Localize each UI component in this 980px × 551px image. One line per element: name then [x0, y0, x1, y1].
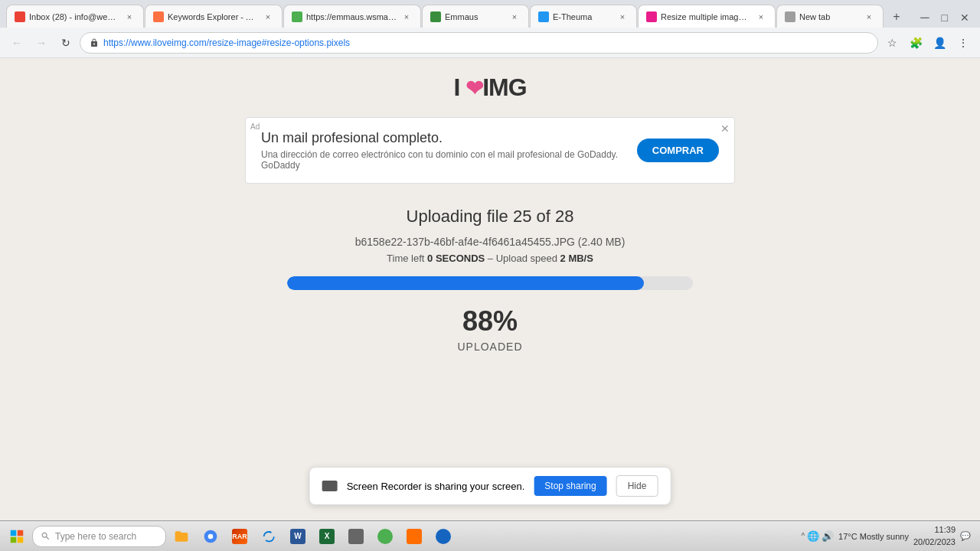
window-controls: ─ □ ✕ — [916, 11, 980, 28]
tab-title: Emmaus — [445, 12, 505, 21]
tab-title: Inbox (28) - info@websuccess.c... — [29, 12, 119, 21]
tab-favicon — [292, 11, 302, 22]
minimize-button[interactable]: ─ — [916, 11, 933, 24]
tab-close-icon[interactable]: × — [616, 11, 629, 23]
notification-icon[interactable]: 💬 — [960, 531, 971, 541]
tab-gmail[interactable]: Inbox (28) - info@websuccess.c... × — [6, 5, 144, 28]
tab-title: Keywords Explorer - Ahrefs — [168, 12, 258, 21]
svg-rect-2 — [11, 536, 17, 543]
taskbar-app-file-explorer[interactable] — [168, 523, 195, 550]
site-logo: I ❤IMG — [453, 73, 526, 102]
speed-value: 2 MB/S — [560, 253, 593, 264]
search-icon — [41, 531, 51, 541]
speed-label: Upload speed — [496, 253, 557, 264]
word-icon: W — [290, 529, 305, 544]
close-button[interactable]: ✕ — [956, 11, 974, 24]
taskbar-app-misc1[interactable] — [342, 523, 370, 550]
taskbar-app-browser[interactable] — [197, 523, 224, 550]
progress-bar-fill — [287, 276, 644, 290]
tab-close-icon[interactable]: × — [755, 11, 767, 23]
system-tray: ^ 🌐 🔊 — [801, 530, 834, 542]
tab-favicon — [646, 11, 657, 22]
ad-close-button[interactable]: ✕ — [720, 122, 730, 135]
taskbar-app-winrar[interactable]: RAR — [226, 523, 253, 550]
address-bar[interactable]: https://www.iloveimg.com/resize-image#re… — [80, 32, 878, 54]
ad-banner: Ad Un mail profesional completo. Una dir… — [245, 117, 735, 184]
excel-icon: X — [319, 529, 335, 544]
svg-point-5 — [208, 533, 214, 539]
logo-text: I ❤IMG — [453, 73, 526, 101]
clock-date: 20/02/2023 — [913, 536, 956, 548]
new-tab-button[interactable]: + — [886, 6, 907, 28]
taskbar-clock[interactable]: 11:39 20/02/2023 — [913, 524, 956, 548]
time-left-label: Time left — [387, 253, 424, 264]
tab-etheum[interactable]: E-Theuma × — [530, 5, 637, 28]
tab-title: https://emmaus.wsmalta.eu/sho... — [306, 12, 397, 21]
uploaded-label: UPLOADED — [287, 341, 693, 353]
tray-arrow[interactable]: ^ — [801, 532, 805, 540]
tab-newtab[interactable]: New tab × — [776, 5, 884, 28]
svg-rect-0 — [11, 530, 17, 536]
settings-button[interactable]: ⋮ — [952, 32, 974, 54]
taskbar-app-word[interactable]: W — [284, 523, 312, 550]
reload-button[interactable]: ↻ — [55, 32, 77, 54]
back-button[interactable]: ← — [6, 32, 28, 54]
navigation-bar: ← → ↻ https://www.iloveimg.com/resize-im… — [0, 28, 980, 58]
tab-close-icon[interactable]: × — [262, 11, 274, 23]
bookmark-button[interactable]: ☆ — [881, 32, 903, 54]
taskbar: Type here to search RAR W X ^ — [0, 520, 980, 551]
upload-section: Uploading file 25 of 28 b6158e22-137b-46… — [287, 207, 693, 353]
tray-volume-icon: 🔊 — [822, 530, 834, 542]
app-icon-4 — [436, 529, 451, 544]
tab-iloveimg[interactable]: Resize multiple images at once! × — [638, 5, 776, 28]
start-button[interactable] — [3, 524, 31, 549]
page-content: I ❤IMG Ad Un mail profesional completo. … — [0, 58, 980, 520]
ad-title: Un mail profesional completo. — [261, 130, 637, 146]
tab-emmaus[interactable]: Emmaus × — [422, 5, 529, 28]
spotify-icon — [377, 529, 393, 544]
lock-icon — [90, 38, 99, 47]
taskbar-app-edge[interactable] — [255, 523, 283, 550]
tab-close-icon[interactable]: × — [863, 11, 875, 23]
weather-area: 17°C Mostly sunny — [838, 532, 909, 541]
tab-close-icon[interactable]: × — [400, 11, 413, 23]
screen-share-message: Screen Recorder is sharing your screen. — [347, 481, 525, 492]
chrome-icon — [203, 529, 218, 544]
screen-share-icon — [322, 481, 338, 491]
svg-rect-3 — [18, 536, 24, 543]
upload-time-info: Time left 0 SECONDS – Upload speed 2 MB/… — [287, 253, 693, 264]
tab-title: Resize multiple images at once! — [661, 12, 751, 21]
profile-button[interactable]: 👤 — [929, 32, 950, 54]
tab-ahrefs[interactable]: Keywords Explorer - Ahrefs × — [145, 5, 283, 28]
taskbar-search-box[interactable]: Type here to search — [32, 526, 166, 547]
taskbar-app-misc4[interactable] — [430, 523, 457, 550]
edge-icon — [261, 529, 276, 544]
taskbar-search-text: Type here to search — [55, 531, 136, 542]
tab-close-icon[interactable]: × — [508, 11, 521, 23]
tab-close-icon[interactable]: × — [123, 11, 136, 23]
extensions-button[interactable]: 🧩 — [905, 32, 926, 54]
browser-window: Inbox (28) - info@websuccess.c... × Keyw… — [0, 0, 980, 520]
nav-actions: ☆ 🧩 👤 ⋮ — [881, 32, 974, 54]
tab-emmaus-shop[interactable]: https://emmaus.wsmalta.eu/sho... × — [283, 5, 421, 28]
upload-status-title: Uploading file 25 of 28 — [287, 207, 693, 227]
taskbar-app-misc2[interactable] — [371, 523, 399, 550]
taskbar-app-misc3[interactable] — [400, 523, 428, 550]
file-explorer-icon — [174, 529, 189, 544]
stop-sharing-button[interactable]: Stop sharing — [534, 476, 606, 496]
app-icon-3 — [407, 529, 422, 544]
tab-title: New tab — [799, 12, 859, 21]
clock-time: 11:39 — [913, 524, 956, 536]
tab-favicon — [153, 11, 164, 22]
hide-button[interactable]: Hide — [616, 475, 658, 497]
tab-bar: Inbox (28) - info@websuccess.c... × Keyw… — [0, 0, 980, 28]
winrar-icon: RAR — [232, 529, 247, 544]
ad-badge: Ad — [250, 122, 260, 131]
taskbar-app-excel[interactable]: X — [313, 523, 341, 550]
ad-comprar-button[interactable]: COMPRAR — [637, 139, 719, 162]
tab-favicon — [538, 11, 549, 22]
maximize-button[interactable]: □ — [937, 11, 952, 24]
app-icon — [348, 529, 364, 544]
forward-button[interactable]: → — [31, 32, 52, 54]
logo-heart: ❤ — [466, 77, 482, 100]
